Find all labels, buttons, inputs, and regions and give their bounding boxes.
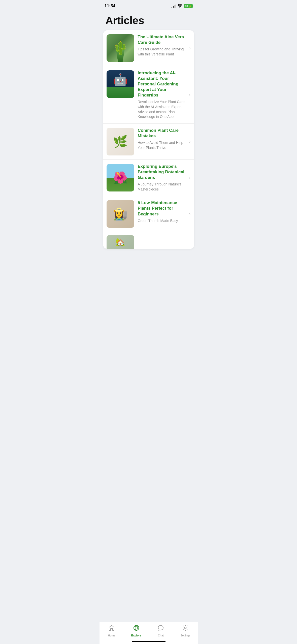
battery-indicator: 80 ⚡ (184, 4, 192, 8)
article-title: The Ultimate Aloe Vera Care Guide (138, 34, 185, 45)
article-subtitle: A Journey Through Nature's Masterpieces (138, 182, 185, 192)
gear-icon (182, 625, 189, 633)
article-subtitle: How to Avoid Them and Help Your Plants T… (138, 140, 185, 150)
nav-item-settings[interactable]: Settings (178, 625, 193, 637)
article-item[interactable]: 5 Low-Maintenance Plants Perfect for Beg… (103, 196, 194, 232)
article-subtitle: Green Thumb Made Easy (138, 218, 185, 223)
chevron-right-icon: › (189, 92, 191, 98)
article-title: Exploring Europe's Breathtaking Botanica… (138, 164, 185, 180)
status-icons: 80 ⚡ (172, 4, 192, 8)
article-content: Introducing the AI-Assistant: Your Perso… (138, 70, 185, 119)
article-subtitle: Revolutionize Your Plant Care with the A… (138, 100, 185, 119)
article-item[interactable]: Exploring Europe's Breathtaking Botanica… (103, 160, 194, 196)
article-thumbnail (107, 200, 134, 228)
nav-label-chat: Chat (158, 634, 164, 637)
article-content: The Ultimate Aloe Vera Care Guide Tips f… (138, 34, 185, 57)
article-content: Common Plant Care Mistakes How to Avoid … (138, 128, 185, 150)
article-title: Introducing the AI-Assistant: Your Perso… (138, 70, 185, 98)
nav-item-chat[interactable]: Chat (153, 625, 168, 637)
article-title: 5 Low-Maintenance Plants Perfect for Beg… (138, 200, 185, 217)
nav-item-explore[interactable]: Explore (129, 625, 144, 637)
article-item[interactable]: Introducing the AI-Assistant: Your Perso… (103, 66, 194, 124)
article-thumbnail-partial (107, 235, 134, 249)
chevron-right-icon: › (189, 46, 191, 51)
article-thumbnail (107, 34, 134, 62)
home-icon (108, 625, 115, 633)
article-thumbnail (107, 70, 134, 98)
status-bar: 11:54 80 ⚡ (100, 0, 198, 10)
article-title: Common Plant Care Mistakes (138, 128, 185, 139)
article-content: 5 Low-Maintenance Plants Perfect for Beg… (138, 200, 185, 223)
wifi-icon (178, 4, 182, 8)
globe-icon (133, 625, 140, 633)
article-item-partial[interactable] (103, 232, 194, 249)
page-title: Articles (100, 10, 198, 30)
article-thumbnail (107, 164, 134, 191)
nav-label-explore: Explore (131, 634, 141, 637)
signal-icon (172, 4, 176, 8)
article-subtitle: Tips for Growing and Thriving with this … (138, 47, 185, 57)
chevron-right-icon: › (189, 211, 191, 217)
home-indicator (132, 641, 166, 642)
svg-point-2 (184, 627, 186, 629)
article-item[interactable]: Common Plant Care Mistakes How to Avoid … (103, 124, 194, 160)
chat-icon (157, 625, 164, 633)
nav-item-home[interactable]: Home (104, 625, 119, 637)
chevron-right-icon: › (189, 139, 191, 144)
status-time: 11:54 (105, 4, 115, 9)
nav-label-home: Home (108, 634, 115, 637)
article-item[interactable]: The Ultimate Aloe Vera Care Guide Tips f… (103, 30, 194, 66)
chevron-right-icon: › (189, 175, 191, 180)
article-content: Exploring Europe's Breathtaking Botanica… (138, 164, 185, 192)
nav-label-settings: Settings (180, 634, 190, 637)
article-thumbnail (107, 128, 134, 155)
articles-list: The Ultimate Aloe Vera Care Guide Tips f… (103, 30, 194, 249)
